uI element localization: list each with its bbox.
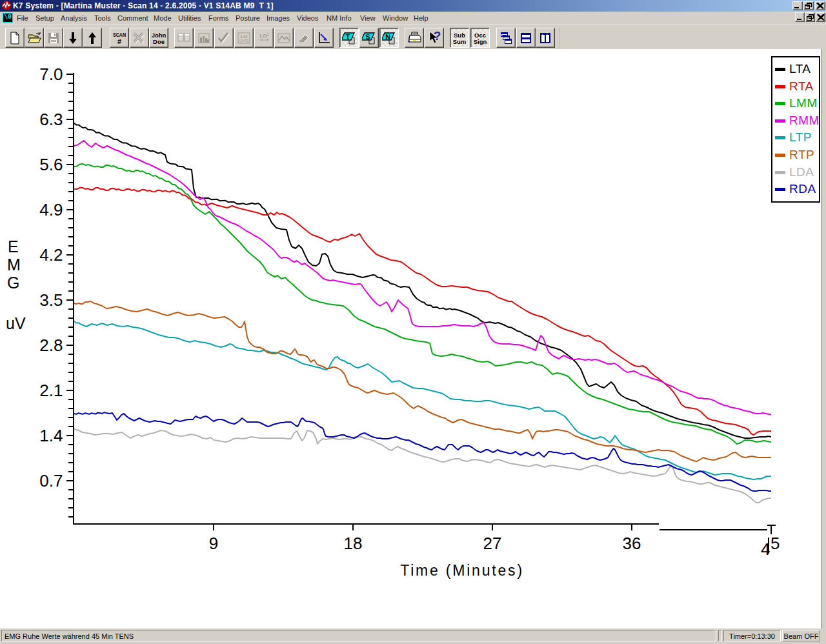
svg-text:#: # [117,37,121,45]
svg-text:RDA: RDA [789,182,816,196]
svg-text:4: 4 [761,539,770,559]
svg-text:36: 36 [623,534,641,553]
svg-text:3.5: 3.5 [39,290,63,310]
svg-text:1.4: 1.4 [39,426,63,445]
svg-text:S: S [365,32,370,40]
svg-text:N: N [385,32,390,40]
svg-text:RTP: RTP [789,148,814,161]
svg-text:LDA: LDA [789,165,814,179]
svg-text:7.0: 7.0 [39,65,63,84]
svg-text:5.6: 5.6 [39,155,63,174]
svg-text:27: 27 [483,534,502,553]
svg-text:Doe: Doe [153,38,165,45]
svg-text:18: 18 [344,534,363,553]
svg-text:2.1: 2.1 [39,381,63,400]
svg-text:LTP: LTP [789,130,812,144]
svg-text:RMM: RMM [789,114,820,127]
svg-text:Time (Minutes): Time (Minutes) [400,562,524,579]
svg-text:2.8: 2.8 [39,336,63,355]
svg-text:LTA: LTA [789,62,811,75]
svg-text:LO: LO [259,33,267,39]
svg-text:M: M [7,256,21,274]
svg-text:RTA: RTA [789,79,814,93]
svg-text:4.9: 4.9 [39,200,63,219]
svg-text:uV: uV [6,314,26,332]
svg-text:6.3: 6.3 [39,110,63,129]
svg-text:Sign: Sign [473,37,487,45]
svg-text:T: T [346,32,350,40]
svg-text:5: 5 [771,534,780,553]
svg-text:LMM: LMM [789,96,818,110]
svg-text:?: ? [434,31,441,43]
svg-text:UVrTE: UVrTE [239,39,249,43]
svg-text:9: 9 [209,534,218,553]
svg-text:Sum: Sum [453,37,467,45]
svg-text:4.2: 4.2 [39,245,63,265]
svg-text:E: E [8,237,19,256]
svg-text:G: G [7,274,19,292]
svg-text:0.7: 0.7 [39,471,63,490]
